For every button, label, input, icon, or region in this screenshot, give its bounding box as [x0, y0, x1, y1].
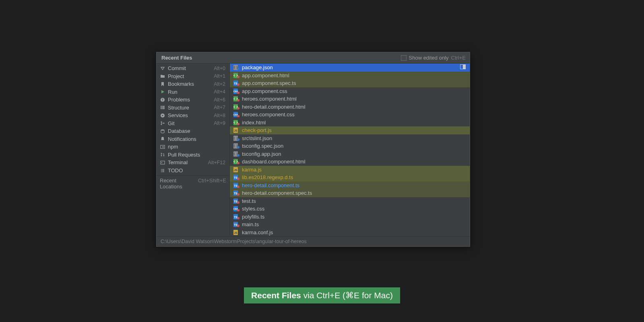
- tool-item-services[interactable]: ServicesAlt+8: [157, 111, 229, 120]
- tool-label: Problems: [168, 97, 214, 103]
- json-file-icon: [233, 65, 239, 70]
- html-file-icon: [233, 159, 239, 165]
- tool-label: Commit: [168, 65, 214, 71]
- show-edited-only-label[interactable]: Show edited only: [409, 55, 449, 61]
- svg-rect-37: [237, 92, 239, 94]
- file-name: package.json: [242, 64, 273, 70]
- tool-label: TODO: [168, 167, 225, 173]
- svg-rect-23: [162, 170, 164, 171]
- recent-files-list: package.jsonapp.component.htmlTSapp.comp…: [230, 64, 470, 236]
- tool-item-notifications[interactable]: Notifications: [157, 135, 229, 143]
- tool-item-project[interactable]: ProjectAlt+1: [157, 72, 229, 80]
- git-icon: [160, 120, 165, 126]
- file-item[interactable]: dashboard.component.html: [230, 158, 470, 166]
- svg-rect-20: [161, 169, 162, 170]
- header-right: Show edited only Ctrl+E: [401, 55, 466, 61]
- svg-rect-73: [237, 209, 239, 211]
- tool-item-problems[interactable]: ProblemsAlt+6: [157, 96, 229, 104]
- tool-item-npm[interactable]: npm: [157, 143, 229, 151]
- css-file-icon: CSS: [233, 206, 239, 212]
- svg-rect-1: [162, 99, 163, 100]
- file-item[interactable]: TShero-detail.component.spec.ts: [230, 189, 470, 197]
- file-item[interactable]: JSkarma.conf.js: [230, 229, 470, 237]
- css-file-icon: CSS: [233, 88, 239, 94]
- file-name: lib.es2018.regexp.d.ts: [242, 174, 293, 180]
- ts-file-icon: TS: [233, 198, 239, 204]
- tool-item-structure[interactable]: StructureAlt+7: [157, 104, 229, 112]
- json-file-icon: [233, 135, 239, 141]
- file-item[interactable]: src\tslint.json: [230, 134, 470, 142]
- file-item[interactable]: TSmain.ts: [230, 221, 470, 229]
- pullreq-icon: [160, 152, 165, 157]
- file-item[interactable]: app.component.html: [230, 72, 470, 80]
- svg-text:JS: JS: [234, 129, 237, 132]
- file-item[interactable]: heroes.component.html: [230, 95, 470, 103]
- file-item[interactable]: index.html: [230, 119, 470, 127]
- tool-label: Bookmarks: [168, 81, 214, 87]
- tool-item-terminal[interactable]: TerminalAlt+F12: [157, 159, 229, 167]
- tool-label: Git: [168, 120, 214, 126]
- svg-point-70: [237, 201, 239, 204]
- js-file-icon: JS: [233, 128, 239, 133]
- tool-item-commit[interactable]: CommitAlt+0: [157, 64, 229, 72]
- terminal-icon: [160, 160, 165, 165]
- tool-shortcut: Alt+0: [214, 66, 225, 71]
- svg-point-50: [237, 138, 239, 141]
- ts-file-icon: TS: [233, 182, 239, 188]
- file-name: heroes.component.html: [242, 96, 297, 102]
- file-name: app.component.html: [242, 72, 289, 78]
- html-file-icon: [233, 120, 239, 125]
- file-item[interactable]: package.json: [230, 64, 470, 72]
- run-icon: [160, 89, 165, 95]
- html-file-icon: [233, 96, 239, 102]
- caption-rest: via Ctrl+E (⌘E for Mac): [301, 291, 393, 300]
- recent-locations[interactable]: Recent LocationsCtrl+Shift+E: [157, 175, 229, 192]
- file-item[interactable]: JScheck-port.js: [230, 126, 470, 134]
- svg-rect-24: [161, 171, 162, 172]
- tool-item-pull-requests[interactable]: Pull Requests: [157, 151, 229, 159]
- file-name: src\tslint.json: [242, 135, 272, 141]
- ts-file-icon: TS: [233, 214, 239, 219]
- svg-point-46: [237, 123, 239, 125]
- file-item[interactable]: TSlib.es2018.regexp.d.ts: [230, 173, 470, 182]
- file-item[interactable]: TSapp.component.spec.ts: [230, 79, 470, 87]
- tool-shortcut: Alt+9: [214, 120, 225, 126]
- split-right-icon[interactable]: [460, 64, 466, 70]
- file-item[interactable]: TStest.ts: [230, 197, 470, 205]
- tool-shortcut: Alt+8: [214, 113, 225, 118]
- file-name: karma.js: [242, 167, 262, 173]
- svg-point-27: [237, 68, 239, 70]
- svg-text:TS: TS: [234, 176, 237, 179]
- tool-label: Database: [168, 128, 225, 134]
- file-item[interactable]: tsconfig.spec.json: [230, 142, 470, 150]
- file-item[interactable]: TSpolyfills.ts: [230, 213, 470, 221]
- svg-text:TS: TS: [234, 184, 237, 187]
- svg-point-52: [237, 146, 239, 149]
- tool-item-run[interactable]: RunAlt+4: [157, 88, 229, 96]
- file-item[interactable]: CSSstyles.css: [230, 205, 470, 213]
- tool-item-database[interactable]: Database: [157, 127, 229, 135]
- svg-text:TS: TS: [234, 215, 237, 218]
- file-item[interactable]: hero-detail.component.html: [230, 103, 470, 111]
- show-edited-only-checkbox[interactable]: [401, 55, 407, 61]
- structure-icon: [160, 105, 165, 110]
- file-item[interactable]: TShero-detail.component.ts: [230, 182, 470, 190]
- tool-item-todo[interactable]: TODO: [157, 167, 229, 175]
- tool-label: Notifications: [168, 136, 225, 142]
- file-item[interactable]: JSkarma.js: [230, 166, 470, 174]
- file-item[interactable]: CSSheroes.component.css: [230, 111, 470, 119]
- js-file-icon: JS: [233, 229, 239, 235]
- ts-file-icon: TS: [233, 80, 239, 86]
- svg-point-54: [237, 154, 239, 157]
- svg-point-34: [237, 83, 239, 86]
- tool-item-bookmarks[interactable]: BookmarksAlt+2: [157, 80, 229, 88]
- file-name: polyfills.ts: [242, 214, 264, 220]
- file-item[interactable]: CSSapp.component.css: [230, 87, 470, 95]
- file-name: test.ts: [242, 198, 256, 204]
- file-item[interactable]: tsconfig.app.json: [230, 150, 470, 158]
- file-name: index.html: [242, 120, 266, 126]
- svg-point-16: [161, 153, 162, 154]
- tool-item-git[interactable]: GitAlt+9: [157, 120, 229, 128]
- commit-icon: [160, 66, 165, 71]
- js-file-icon: JS: [233, 167, 239, 172]
